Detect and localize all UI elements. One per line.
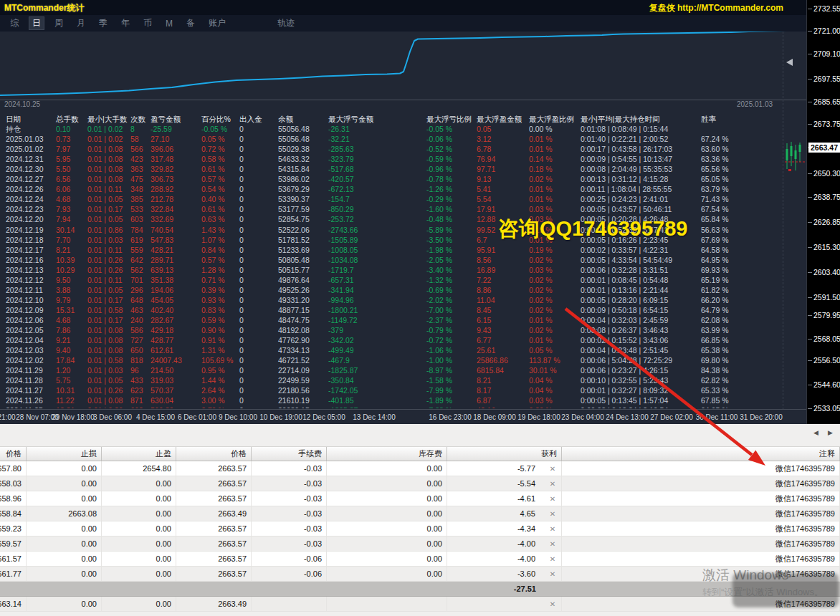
order-row[interactable]: 658.030.000.002663.57-0.030.00-5.54✕微信17… [0, 476, 840, 491]
order-row[interactable]: 661.570.000.002663.57-0.060.00-4.00✕微信17… [0, 552, 840, 567]
cell: 288.92 [151, 184, 173, 194]
table-row[interactable]: 2024.11.285.750.01 | 0.05433319.031.44 %… [0, 375, 781, 385]
tab-extra[interactable]: 轨迹 [274, 16, 298, 30]
cell: -0.29 % [426, 194, 452, 204]
table-row[interactable]: 2024.12.129.500.01 | 0.11701351.380.71 %… [0, 275, 781, 285]
cell: 0 [239, 235, 244, 245]
cell: 0.54 % [201, 184, 225, 194]
table-row[interactable]: 2024.12.276.560.01 | 0.08475306.730.57 %… [0, 174, 781, 184]
cell: 0 [239, 345, 244, 355]
table-row[interactable]: 2024.12.178.210.01 | 0.11559428.210.84 %… [0, 245, 781, 255]
cell: 0.05 [477, 124, 491, 134]
close-order-icon[interactable]: ✕ [544, 600, 561, 608]
table-row[interactable]: 2024.12.237.930.01 | 0.17533322.840.61 %… [0, 204, 781, 214]
cell: 5.50 [56, 164, 70, 174]
time-tick-label: 23 Dec 04:00 [561, 413, 604, 421]
close-order-icon[interactable]: ✕ [544, 525, 561, 533]
table-row[interactable]: 2024.11.2710.310.01 | 0.26623570.372.64 … [0, 385, 781, 395]
cell: 105.69 % [201, 355, 233, 365]
table-row[interactable]: 2024.12.064.680.01 | 0.17240282.670.59 %… [0, 315, 781, 325]
cell: 0.01 | 0.02 [87, 134, 123, 144]
table-row[interactable]: 2024.12.305.500.01 | 0.08363329.820.61 %… [0, 164, 781, 174]
cell: 24007.43 [151, 355, 182, 365]
table-row[interactable]: 2024.12.057.860.01 | 0.08586429.180.90 %… [0, 325, 781, 335]
cell: 0:00:11 | 1:08:04 | 28:55:55 [581, 184, 672, 194]
cell: 0:00:05 | 0:43:57 | 50:46:11 [581, 204, 672, 214]
cell: -5.89 % [426, 225, 452, 235]
table-row[interactable]: 2025.01.030.730.01 | 0.025827.100.05 %05… [0, 134, 781, 144]
table-row[interactable]: 2024.12.113.880.01 | 0.05296194.060.39 %… [0, 285, 781, 295]
table-row[interactable]: 持仓0.100.01 | 0.028-25.59-0.05 %055056.48… [0, 124, 781, 134]
table-row[interactable]: 2024.12.109.790.01 | 0.17648454.050.93 %… [0, 295, 781, 305]
orders-cell: 657.80 [0, 461, 27, 476]
cell: 642 [130, 255, 143, 265]
equity-chart-pane[interactable]: 2024.10.25 2025.01.03 日期总手数最小|大手数次数盈亏金额百… [0, 32, 806, 424]
cell: 9.21 [56, 335, 70, 345]
table-row[interactable]: 2024.12.244.680.01 | 0.05385212.780.40 %… [0, 194, 781, 204]
table-row[interactable]: 2024.11.2611.220.01 | 0.08871630.043.00 … [0, 395, 781, 405]
scroll-right-arrow[interactable]: ▶ [828, 429, 833, 436]
order-row[interactable]: 657.800.002654.802663.57-0.030.00-5.77✕微… [0, 461, 840, 476]
close-order-icon[interactable]: ✕ [544, 495, 561, 503]
tab-0[interactable]: 综 [6, 16, 22, 30]
cell: 6.7 [477, 235, 487, 245]
tab-7[interactable]: M [162, 18, 176, 29]
close-order-icon[interactable]: ✕ [544, 480, 561, 488]
table-row[interactable]: 2024.12.049.210.01 | 0.08727428.770.91 %… [0, 335, 781, 345]
table-row[interactable]: 2025.01.027.970.01 | 0.08566396.060.72 %… [0, 144, 781, 154]
brand-link[interactable]: 复盘侠 http://MTCommander.com [649, 2, 783, 14]
cell: 547.83 [151, 235, 173, 245]
cell: 71.43 % [701, 194, 729, 204]
tab-2[interactable]: 周 [51, 16, 67, 30]
tab-1[interactable]: 日 [29, 16, 44, 30]
cell: 423 [130, 154, 143, 164]
order-row[interactable]: 663.140.000.002663.49✕微信1746395789 [0, 597, 840, 612]
table-row[interactable]: 2024.12.039.400.01 | 0.08650612.611.31 %… [0, 345, 781, 355]
cell: 66.20 % [701, 295, 729, 305]
cell: 0 [239, 355, 244, 365]
range-end-label: 2025.01.03 [737, 100, 773, 108]
time-tick-label: 19 Dec 18:00 [517, 413, 560, 421]
tab-3[interactable]: 月 [73, 16, 89, 30]
table-row[interactable]: 2024.12.0915.310.01 | 0.58463402.400.83 … [0, 305, 781, 315]
column-header: 总手数 [56, 114, 79, 124]
scroll-left-arrow[interactable]: ◀ [813, 429, 818, 436]
cell: -1.00 % [426, 355, 452, 365]
orders-column-header: 库存费 [327, 447, 447, 461]
close-order-icon[interactable]: ✕ [544, 465, 561, 473]
close-order-icon[interactable]: ✕ [544, 540, 561, 548]
tab-9[interactable]: 账户 [205, 16, 229, 30]
tab-6[interactable]: 币 [140, 16, 156, 30]
close-order-icon[interactable]: ✕ [544, 510, 561, 518]
close-order-icon[interactable]: ✕ [544, 570, 561, 578]
orders-cell: -4.34✕ [447, 521, 562, 536]
cell: 56.63 % [701, 225, 729, 235]
close-order-icon[interactable]: ✕ [544, 555, 561, 563]
orders-cell: 0.00 [102, 521, 176, 536]
table-row[interactable]: 2024.12.1310.290.01 | 0.26562639.131.28 … [0, 265, 781, 275]
order-row[interactable]: 658.960.000.002663.57-0.030.00-4.61✕微信17… [0, 491, 840, 506]
table-row[interactable]: 2024.11.2512.310.01 | 0.26662569.302.79 … [0, 405, 781, 408]
order-row[interactable]: 658.842663.080.002663.49-0.030.004.65✕微信… [0, 506, 840, 521]
order-row[interactable]: 659.230.000.002663.57-0.030.00-4.34✕微信17… [0, 521, 840, 536]
table-row[interactable]: 2024.12.315.950.01 | 0.08423317.480.58 %… [0, 154, 781, 164]
tab-8[interactable]: 备 [183, 16, 199, 30]
cell: -0.48 % [426, 214, 452, 224]
cell-date: 2024.12.11 [6, 285, 43, 295]
table-row[interactable]: 2024.11.291.200.01 | 0.0396214.500.95 %0… [0, 365, 781, 375]
cell-date: 2024.12.19 [6, 225, 44, 235]
cell: 17.91 [477, 204, 495, 214]
table-row[interactable]: 2024.12.1610.390.01 | 0.26642289.710.57 … [0, 255, 781, 265]
tab-5[interactable]: 年 [118, 16, 133, 30]
column-header: 盈亏金额 [151, 114, 181, 124]
cell: 0:00:09 | 0:54:55 | 10:13:47 [581, 154, 672, 164]
cell: 64.58 % [701, 245, 729, 255]
cell: -1.98 % [426, 245, 452, 255]
table-row[interactable]: 2024.12.0217.840.01 | 0.5881824007.43105… [0, 355, 781, 365]
table-row[interactable]: 2024.12.266.060.01 | 0.11348288.920.54 %… [0, 184, 781, 194]
cell: 429.18 [151, 325, 173, 335]
order-row[interactable]: 659.570.000.002663.57-0.030.00-4.00✕微信17… [0, 536, 840, 552]
cell: 0:00:03 | 0:13:24 | 2:10:54 [581, 405, 668, 408]
tab-4[interactable]: 季 [95, 16, 111, 30]
cell: 0:00:10 | 0:32:55 | 5:23:43 [581, 375, 668, 385]
